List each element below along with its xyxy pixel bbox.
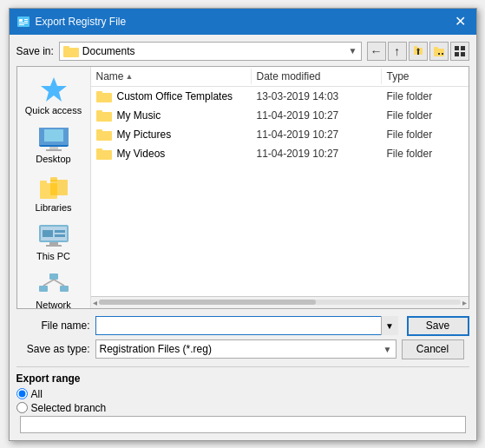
svg-rect-30 xyxy=(50,177,57,181)
svg-rect-17 xyxy=(455,46,459,50)
new-folder-icon xyxy=(433,45,445,57)
folder-icon xyxy=(96,90,112,102)
file-type-cell: File folder xyxy=(382,126,469,143)
svg-line-42 xyxy=(54,280,64,286)
svg-rect-39 xyxy=(39,286,48,292)
file-name-cell: My Videos xyxy=(117,148,166,160)
save-as-type-row: Save as type: Registration Files (*.reg)… xyxy=(16,339,469,359)
folder-icon xyxy=(63,45,79,57)
scroll-track[interactable] xyxy=(99,300,461,305)
svg-rect-34 xyxy=(46,245,62,247)
close-button[interactable]: ✕ xyxy=(451,15,469,29)
save-in-select[interactable]: Documents ▼ xyxy=(59,42,362,61)
view-button[interactable] xyxy=(450,42,469,61)
save-as-type-select[interactable]: Registration Files (*.reg) ▼ xyxy=(95,339,397,359)
selected-branch-input[interactable] xyxy=(20,416,466,433)
scroll-right-arrow[interactable]: ▸ xyxy=(462,298,467,307)
sidebar-item-desktop[interactable]: Desktop xyxy=(17,121,90,169)
svg-rect-28 xyxy=(40,181,47,185)
toolbar-buttons: ← ↑ xyxy=(367,42,469,61)
title-bar: Export Registry File ✕ xyxy=(10,9,476,35)
dialog-body: Save in: Documents ▼ ← ↑ xyxy=(10,35,476,440)
network-icon xyxy=(37,272,70,298)
svg-rect-1 xyxy=(19,19,23,22)
table-row[interactable]: Custom Office Templates 13-03-2019 14:03… xyxy=(91,87,469,106)
bottom-controls: File name: ▼ Save Save as type: Registra… xyxy=(16,316,469,359)
file-name-input[interactable] xyxy=(95,316,398,335)
table-row[interactable]: My Videos 11-04-2019 10:27File folder xyxy=(91,144,469,163)
save-button[interactable]: Save xyxy=(407,316,469,336)
file-list-rows[interactable]: Custom Office Templates 13-03-2019 14:03… xyxy=(91,87,469,296)
save-as-type-value: Registration Files (*.reg) xyxy=(100,343,212,355)
file-date-cell: 11-04-2019 10:27 xyxy=(252,107,382,124)
svg-rect-25 xyxy=(49,147,58,149)
sort-arrow: ▲ xyxy=(126,72,134,81)
save-in-label: Save in: xyxy=(16,45,54,57)
sidebar-item-quick-access[interactable]: Quick access xyxy=(17,70,90,121)
file-name-cell: My Pictures xyxy=(117,128,172,141)
title-bar-left: Export Registry File xyxy=(16,15,127,29)
view-icon xyxy=(454,45,466,57)
col-header-date[interactable]: Date modified xyxy=(252,69,382,84)
cancel-button[interactable]: Cancel xyxy=(402,339,464,359)
svg-rect-10 xyxy=(417,50,419,55)
sidebar-item-network[interactable]: Network xyxy=(17,267,90,315)
radio-selected-label[interactable]: Selected branch xyxy=(31,402,107,414)
radio-row-selected: Selected branch xyxy=(16,402,469,414)
svg-rect-5 xyxy=(19,24,24,25)
svg-rect-3 xyxy=(24,21,28,22)
file-date-cell: 11-04-2019 10:27 xyxy=(252,145,382,162)
table-row[interactable]: My Pictures 11-04-2019 10:27File folder xyxy=(91,125,469,144)
scroll-thumb[interactable] xyxy=(99,300,316,305)
main-area: Quick access Desktop xyxy=(16,66,469,309)
svg-rect-16 xyxy=(440,51,442,55)
table-row[interactable]: My Music 11-04-2019 10:27File folder xyxy=(91,106,469,125)
quick-access-icon xyxy=(38,76,69,103)
file-name-row: File name: ▼ Save xyxy=(16,316,469,336)
this-pc-icon xyxy=(37,223,70,249)
svg-rect-50 xyxy=(96,148,102,152)
folder-icon xyxy=(96,109,112,122)
sidebar-item-libraries[interactable]: Libraries xyxy=(17,169,90,218)
save-as-type-arrow: ▼ xyxy=(383,345,392,354)
sidebar-item-label-this-pc: This PC xyxy=(36,251,70,261)
horizontal-scrollbar[interactable]: ◂ ▸ xyxy=(91,296,469,308)
export-range: Export range All Selected branch xyxy=(16,366,469,433)
col-header-name[interactable]: Name ▲ xyxy=(91,69,252,84)
up-button[interactable] xyxy=(409,42,428,61)
radio-all[interactable] xyxy=(16,388,28,399)
dialog-title: Export Registry File xyxy=(36,16,127,28)
folder-icon xyxy=(96,128,112,141)
svg-rect-7 xyxy=(63,46,69,49)
export-registry-dialog: Export Registry File ✕ Save in: Document… xyxy=(9,8,477,441)
forward-button[interactable]: ↑ xyxy=(388,42,407,61)
save-in-value: Documents xyxy=(82,45,135,57)
svg-rect-19 xyxy=(455,52,459,56)
svg-rect-9 xyxy=(414,46,417,49)
sidebar-item-label-libraries: Libraries xyxy=(35,202,71,213)
sidebar: Quick access Desktop xyxy=(17,67,91,308)
sidebar-item-this-pc[interactable]: This PC xyxy=(17,218,90,267)
sidebar-item-label-quick-access: Quick access xyxy=(25,105,82,115)
file-name-input-wrap: ▼ xyxy=(95,316,398,335)
file-name-cell: My Music xyxy=(117,109,161,122)
up-icon xyxy=(412,45,424,57)
svg-rect-24 xyxy=(44,129,63,142)
export-range-title: Export range xyxy=(16,372,469,385)
svg-rect-4 xyxy=(19,23,28,23)
file-type-cell: File folder xyxy=(382,107,469,124)
back-button[interactable]: ← xyxy=(367,42,386,61)
col-header-type[interactable]: Type xyxy=(382,69,469,84)
radio-selected-branch[interactable] xyxy=(16,402,28,413)
new-folder-button[interactable] xyxy=(429,42,449,61)
svg-rect-38 xyxy=(49,273,58,280)
scroll-left-arrow[interactable]: ◂ xyxy=(93,298,97,307)
radio-all-label[interactable]: All xyxy=(31,388,43,400)
svg-rect-35 xyxy=(43,230,53,237)
folder-icon xyxy=(96,148,112,160)
svg-rect-36 xyxy=(55,230,65,233)
save-as-type-label: Save as type: xyxy=(16,343,90,355)
top-bar: Save in: Documents ▼ ← ↑ xyxy=(16,42,469,61)
svg-rect-2 xyxy=(24,19,28,20)
file-name-dropdown-btn[interactable]: ▼ xyxy=(381,316,398,335)
